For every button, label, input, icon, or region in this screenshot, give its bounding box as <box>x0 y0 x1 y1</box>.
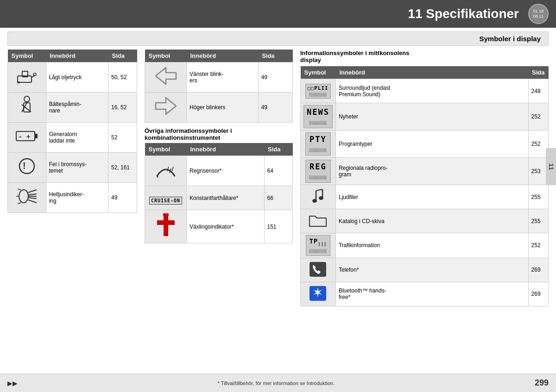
left-section: Symbol Innebörd Sida <box>7 50 137 306</box>
table-row: Katalog i CD-skiva 255 <box>301 209 549 233</box>
mid-col-symbol: Symbol <box>145 50 187 62</box>
meaning-blink-left: Vänster blink-ers <box>187 62 259 93</box>
page-bluetooth: 269 <box>528 282 548 306</box>
page-footer: ▶▶ * Tillval/tillbehör, för mer informat… <box>0 373 556 392</box>
svg-line-18 <box>28 190 37 193</box>
symbol-brake: ! <box>8 153 46 183</box>
middle-section: Symbol Innebörd Sida Vänster blink-ers 4… <box>145 50 293 306</box>
page-brake: 52, 161 <box>108 153 137 183</box>
svg-rect-12 <box>35 134 38 138</box>
table-row: ✶ Bluetooth™ hands-free* 269 <box>301 282 549 306</box>
svg-line-25 <box>18 203 21 204</box>
ovr-col-page: Sida <box>264 143 293 156</box>
svg-marker-26 <box>156 68 176 84</box>
page-blink-left: 49 <box>258 62 292 93</box>
meaning-rain: Regnsensor* <box>187 156 265 186</box>
page-plii: 248 <box>528 79 548 103</box>
symbol-gear <box>145 210 187 243</box>
svg-line-36 <box>316 189 322 191</box>
meaning-note: Ljudfiler <box>335 185 528 209</box>
meaning-news: Nyheter <box>335 103 528 131</box>
meaning-blink-right: Höger blinkers <box>187 93 259 123</box>
page-blink-right: 49 <box>258 93 292 123</box>
table-row: Ljudfiler 255 <box>301 185 549 209</box>
ovriga-table: Symbol Innebörd Sida <box>145 143 293 243</box>
svg-point-38 <box>312 199 317 203</box>
symbol-oil: ∿ <box>8 62 46 93</box>
page-tp: 252 <box>528 233 548 258</box>
meaning-bluetooth: Bluetooth™ hands-free* <box>335 282 528 306</box>
symbol-belt <box>8 93 46 123</box>
svg-line-28 <box>157 176 158 178</box>
table-row: ∿ Lågt oljetryck 50, 52 <box>8 62 137 93</box>
page-title: 11 Specifikationer <box>408 6 519 21</box>
ovr-col-symbol: Symbol <box>145 143 187 156</box>
meaning-brake: Fel i bromssys-temet <box>46 153 108 183</box>
left-col-page: Sida <box>108 50 137 62</box>
table-row: CRUISE-ON Konstantfarthållare* 66 <box>145 186 293 210</box>
table-row: Växlingsindikator* 151 <box>145 210 293 243</box>
side-tab: 11 <box>546 148 556 185</box>
meaning-oil: Lågt oljetryck <box>46 62 108 93</box>
svg-text:+: + <box>26 133 30 140</box>
page-pty: 252 <box>528 131 548 158</box>
table-row: Vänster blink-ers 49 <box>145 62 293 93</box>
meaning-folder: Katalog i CD-skiva <box>335 209 528 233</box>
meaning-gear: Växlingsindikator* <box>187 210 265 243</box>
meaning-cruise: Konstantfarthållare* <box>187 186 265 210</box>
ovriga-title: Övriga informationssymboler ikombination… <box>145 127 293 141</box>
svg-text:-: - <box>19 132 21 140</box>
svg-line-8 <box>22 103 27 112</box>
right-col-meaning: Innebörd <box>335 66 528 79</box>
left-col-meaning: Innebörd <box>46 50 108 62</box>
svg-rect-33 <box>157 220 175 225</box>
symbol-light <box>8 183 46 213</box>
svg-rect-34 <box>163 213 169 216</box>
main-content: Symbol Innebörd Sida <box>0 50 556 306</box>
svg-text:!: ! <box>23 161 26 171</box>
svg-rect-40 <box>310 262 326 277</box>
left-col-symbol: Symbol <box>8 50 46 62</box>
meaning-plii: Surroundljud (endastPremium Sound) <box>335 79 528 103</box>
svg-point-17 <box>19 190 28 203</box>
symbol-folder <box>301 209 336 233</box>
table-row: Telefon* 269 <box>301 258 549 282</box>
right-col-symbol: Symbol <box>301 66 336 79</box>
svg-text:✶: ✶ <box>313 287 322 299</box>
page-note: 255 <box>528 185 548 209</box>
svg-point-39 <box>319 196 323 200</box>
svg-text:∿: ∿ <box>17 83 20 85</box>
chapter-badge: 01 18 06 11 <box>528 4 549 24</box>
table-row: NEWS ░░░░░░░░░ Nyheter 252 <box>301 103 549 131</box>
meaning-belt: Bältespåmin-nare <box>46 93 108 123</box>
svg-line-2 <box>32 75 35 78</box>
footer-note: * Tillval/tillbehör, för mer information… <box>218 380 335 386</box>
symbol-plii: □□PLII ░░░░░░░░░ <box>301 79 336 103</box>
meaning-pty: Programtyper <box>335 131 528 158</box>
right-col-page: Sida <box>528 66 548 79</box>
table-row: TP||| ░░░░░░░░░ Trafikinformation 252 <box>301 233 549 258</box>
svg-line-23 <box>18 189 21 190</box>
meaning-battery: Generatornladdar inte <box>46 123 108 153</box>
symbol-rain <box>145 156 187 186</box>
symbol-phone <box>301 258 336 282</box>
right-section: Informationssymboler i mittkonsolensdisp… <box>300 50 549 306</box>
mid-col-meaning: Innebörd <box>187 50 259 62</box>
page-light: 49 <box>108 183 137 213</box>
table-row: PTY ░░░░░░░░░ Programtyper 252 <box>301 131 549 158</box>
right-section-title: Informationssymboler i mittkonsolensdisp… <box>300 50 549 63</box>
svg-marker-27 <box>156 98 176 114</box>
symbol-pty: PTY ░░░░░░░░░ <box>301 131 336 158</box>
svg-line-19 <box>28 194 37 195</box>
svg-point-15 <box>19 159 34 174</box>
table-row: Höger blinkers 49 <box>145 93 293 123</box>
meaning-tp: Trafikinformation <box>335 233 528 258</box>
ovr-col-meaning: Innebörd <box>187 143 265 156</box>
page-rain: 64 <box>264 156 293 186</box>
symbol-reg: REG ░░░░░░░░░ <box>301 158 336 185</box>
table-row: Regnsensor* 64 <box>145 156 293 186</box>
left-table: Symbol Innebörd Sida <box>7 50 137 213</box>
footer-arrows: ▶▶ <box>7 380 18 387</box>
meaning-light: Helljusindiker-ing <box>46 183 108 213</box>
middle-table: Symbol Innebörd Sida Vänster blink-ers 4… <box>145 50 293 123</box>
